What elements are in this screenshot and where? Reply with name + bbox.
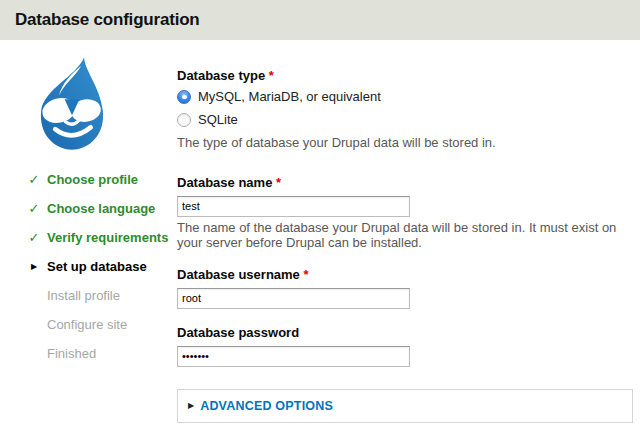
step-label: Choose language — [47, 201, 155, 216]
database-password-label: Database password — [177, 325, 633, 340]
collapsed-triangle-icon: ▶ — [188, 402, 194, 410]
check-icon: ✓ — [28, 201, 40, 216]
step-verify-requirements: ✓ Verify requirements — [28, 230, 177, 245]
step-label: Finished — [47, 346, 96, 361]
required-asterisk: * — [303, 267, 308, 282]
step-label: Verify requirements — [47, 230, 168, 245]
step-configure-site: Configure site — [28, 317, 177, 332]
database-name-label: Database name * — [177, 175, 633, 190]
arrow-right-icon: ▶ — [28, 262, 40, 271]
radio-selected-icon[interactable] — [177, 90, 191, 104]
database-configuration-page: Database configuration — [0, 0, 640, 436]
radio-option-sqlite[interactable]: SQLite — [177, 112, 633, 127]
label-text: Database type — [177, 68, 265, 83]
database-username-input[interactable] — [177, 288, 410, 309]
radio-unselected-icon[interactable] — [177, 113, 191, 127]
database-type-label: Database type * — [177, 68, 633, 83]
radio-option-label: MySQL, MariaDB, or equivalent — [198, 89, 381, 104]
content: ✓ Choose profile ✓ Choose language ✓ Ver… — [0, 40, 640, 436]
radio-option-label: SQLite — [198, 112, 238, 127]
step-install-profile: Install profile — [28, 288, 177, 303]
page-title: Database configuration — [15, 10, 200, 30]
label-text: Database username — [177, 267, 300, 282]
database-username-group: Database username * — [177, 267, 633, 309]
database-name-description: The name of the database your Drupal dat… — [177, 220, 633, 251]
install-steps: ✓ Choose profile ✓ Choose language ✓ Ver… — [28, 172, 177, 361]
step-set-up-database: ▶ Set up database — [28, 259, 177, 274]
database-type-description: The type of database your Drupal data wi… — [177, 135, 633, 151]
advanced-options-link[interactable]: ADVANCED OPTIONS — [200, 399, 333, 413]
step-label: Install profile — [47, 288, 120, 303]
step-label: Set up database — [47, 259, 147, 274]
step-label: Choose profile — [47, 172, 138, 187]
form-area: Database type * MySQL, MariaDB, or equiv… — [177, 40, 633, 436]
required-asterisk: * — [276, 175, 281, 190]
step-choose-language: ✓ Choose language — [28, 201, 177, 216]
check-icon: ✓ — [28, 172, 40, 187]
label-text: Database password — [177, 325, 299, 340]
step-choose-profile: ✓ Choose profile — [28, 172, 177, 187]
database-name-group: Database name * The name of the database… — [177, 175, 633, 251]
step-label: Configure site — [47, 317, 127, 332]
required-asterisk: * — [269, 68, 274, 83]
advanced-options-fieldset[interactable]: ▶ ADVANCED OPTIONS — [177, 389, 633, 423]
sidebar: ✓ Choose profile ✓ Choose language ✓ Ver… — [0, 40, 177, 436]
database-name-input[interactable] — [177, 196, 410, 217]
step-finished: Finished — [28, 346, 177, 361]
drupal-logo — [30, 56, 114, 152]
database-password-input[interactable] — [177, 346, 410, 367]
check-icon: ✓ — [28, 230, 40, 245]
page-header: Database configuration — [0, 0, 640, 40]
label-text: Database name — [177, 175, 272, 190]
database-type-group: Database type * MySQL, MariaDB, or equiv… — [177, 68, 633, 151]
database-username-label: Database username * — [177, 267, 633, 282]
radio-option-mysql[interactable]: MySQL, MariaDB, or equivalent — [177, 89, 633, 104]
database-password-group: Database password — [177, 325, 633, 367]
